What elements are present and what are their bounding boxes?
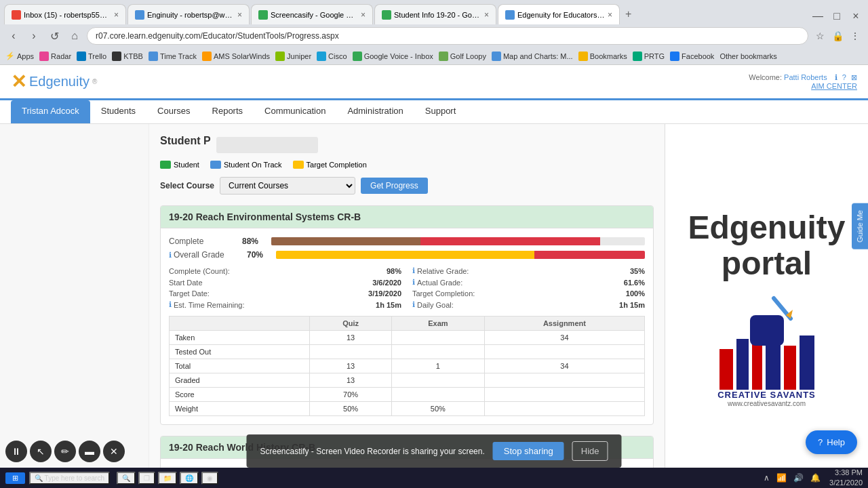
row-exam-tested-out: [391, 345, 484, 359]
tab-1[interactable]: Inbox (15) - robertsp555@gmai... ×: [4, 4, 126, 24]
tab-close-1[interactable]: ×: [114, 10, 119, 20]
bookmark-google-voice[interactable]: Google Voice - Inbox: [353, 52, 433, 61]
forward-button[interactable]: ›: [26, 28, 42, 44]
bookmark-map-charts[interactable]: Map and Charts: M...: [492, 52, 573, 61]
row-assignment-score: [484, 388, 644, 402]
tab-3[interactable]: Screencasify - Google Drive ×: [251, 4, 373, 24]
network-icon[interactable]: 📶: [774, 473, 789, 483]
bookmark-bookmarks[interactable]: Bookmarks: [578, 52, 627, 61]
taskbar-task-view[interactable]: ❐: [138, 472, 155, 485]
start-button[interactable]: ⊞: [5, 472, 25, 484]
nav-communication[interactable]: Communication: [254, 100, 336, 123]
legend-student-label: Student: [174, 161, 199, 169]
bookmark-facebook[interactable]: Facebook: [670, 52, 714, 61]
tab-close-2[interactable]: ×: [237, 10, 242, 20]
float-eraser-button[interactable]: ▬: [79, 441, 100, 462]
tab-5[interactable]: Edgenuity for Educators - Progr... ×: [498, 4, 620, 24]
bookmark-cisco[interactable]: Cisco: [317, 52, 347, 61]
help-button[interactable]: ? Help: [806, 430, 857, 454]
address-input[interactable]: [87, 27, 808, 45]
extension-icon-2[interactable]: ⋮: [848, 28, 863, 43]
maximize-button[interactable]: □: [829, 8, 845, 24]
notification-icon[interactable]: 🔔: [808, 473, 823, 483]
progress-header-row: Student P: [160, 135, 654, 155]
minimize-button[interactable]: —: [810, 8, 826, 24]
complete-row: Complete 88%: [169, 237, 645, 246]
bookmark-label: Bookmarks: [590, 52, 627, 60]
user-name-link[interactable]: Patti Roberts: [784, 73, 827, 81]
taskbar-search[interactable]: 🔍 Type here to search: [29, 472, 110, 485]
float-close-button[interactable]: ✕: [103, 441, 125, 462]
hide-button[interactable]: Hide: [572, 441, 608, 461]
aim-center-link[interactable]: AIM CENTER: [811, 82, 857, 90]
bookmark-other[interactable]: Other bookmarks: [719, 52, 776, 60]
extension-icon-1[interactable]: 🔒: [830, 28, 845, 43]
stop-sharing-button[interactable]: Stop sharing: [493, 442, 564, 460]
guide-me-sidebar[interactable]: Guide Me: [852, 203, 868, 249]
tab-favicon-4: [382, 10, 391, 20]
tab-title-3: Screencasify - Google Drive: [271, 11, 358, 19]
help-header-icon[interactable]: ?: [842, 73, 846, 81]
bookmark-prtg[interactable]: PRTG: [633, 52, 665, 61]
course-select[interactable]: Current Courses All Courses: [220, 177, 355, 195]
main-layout: Student P Student Student On Track Targe…: [0, 124, 868, 488]
tab-close-3[interactable]: ×: [361, 10, 366, 20]
nav-reports[interactable]: Reports: [201, 100, 254, 123]
get-progress-button[interactable]: Get Progress: [361, 178, 428, 194]
nav-courses[interactable]: Courses: [146, 100, 201, 123]
logout-icon[interactable]: ⊠: [851, 73, 857, 81]
table-row: Weight 50% 50%: [170, 402, 645, 416]
tab-title-4: Student Info 19-20 - Google She...: [394, 11, 481, 19]
row-exam-weight: 50%: [391, 402, 484, 416]
close-button[interactable]: ×: [848, 8, 864, 24]
tab-4[interactable]: Student Info 19-20 - Google She... ×: [374, 4, 496, 24]
taskbar-system-icons: ∧ 📶 🔊 🔔: [762, 473, 823, 483]
tab-close-4[interactable]: ×: [484, 10, 489, 20]
tab-close-5[interactable]: ×: [608, 10, 612, 20]
volume-icon[interactable]: 🔊: [791, 473, 806, 483]
nav-students[interactable]: Students: [90, 100, 146, 123]
bookmark-radar[interactable]: Radar: [39, 52, 71, 61]
taskbar-cortana[interactable]: 🔍: [117, 472, 136, 485]
table-header-row: Quiz Exam Assignment: [170, 317, 645, 331]
float-pen-button[interactable]: ✏: [54, 441, 76, 462]
bookmark-timetrack[interactable]: Time Track: [149, 52, 197, 61]
reload-button[interactable]: ↺: [46, 28, 62, 44]
actual-grade-label: ℹ Actual Grade:: [412, 278, 462, 287]
tab-2[interactable]: Enginuity - robertsp@whitehow... ×: [127, 4, 250, 24]
actual-grade-row: ℹ Actual Grade: 61.6%: [412, 278, 645, 287]
other-bookmarks-label: Other bookmarks: [719, 52, 776, 60]
bookmark-apps[interactable]: ⚡ Apps: [5, 52, 34, 60]
float-cursor-button[interactable]: ↖: [30, 441, 52, 462]
nav-support[interactable]: Support: [414, 100, 467, 123]
taskbar-edge[interactable]: 🌐: [180, 472, 199, 485]
taskbar-chrome[interactable]: ◉: [201, 472, 218, 485]
bookmark-golf-loopy[interactable]: Golf Loopy: [439, 52, 486, 61]
new-tab-button[interactable]: +: [621, 4, 635, 24]
back-button[interactable]: ‹: [5, 28, 22, 44]
float-pause-button[interactable]: ⏸: [5, 441, 27, 462]
bookmark-label: Cisco: [328, 52, 347, 60]
blurred-area: [216, 137, 318, 153]
bookmark-label: AMS SolarWinds: [214, 52, 270, 60]
table-row: Total 13 1 34: [170, 359, 645, 373]
bookmark-star-icon[interactable]: ☆: [812, 28, 827, 43]
home-button[interactable]: ⌂: [66, 28, 83, 44]
bookmark-ktbb[interactable]: KTBB: [112, 52, 143, 61]
bookmark-trello[interactable]: Trello: [77, 52, 106, 61]
system-tray[interactable]: ∧: [762, 473, 772, 483]
logo: ✕ Edgenuity ®: [11, 70, 97, 93]
bookmark-juniper[interactable]: Juniper: [275, 52, 311, 61]
nav-student-tab[interactable]: Tristan Adcock: [11, 100, 90, 123]
legend: Student Student On Track Target Completi…: [160, 161, 654, 169]
complete-bar: [271, 237, 645, 245]
est-time-row: ℹ Est. Time Remaining: 1h 15m: [169, 300, 401, 309]
nav-administration[interactable]: Administration: [336, 100, 414, 123]
taskbar-file-explorer[interactable]: 📁: [158, 472, 177, 485]
logo-x-icon: ✕: [11, 70, 26, 93]
aim-icon[interactable]: ℹ: [835, 73, 837, 81]
bookmark-ams[interactable]: AMS SolarWinds: [202, 52, 270, 61]
welcome-text: Welcome: Patti Roberts ℹ ? ⊠: [749, 73, 857, 82]
legend-on-track-label: Student On Track: [224, 161, 282, 169]
overall-grade-label-wrap: ℹ Overall Grade: [169, 250, 241, 260]
